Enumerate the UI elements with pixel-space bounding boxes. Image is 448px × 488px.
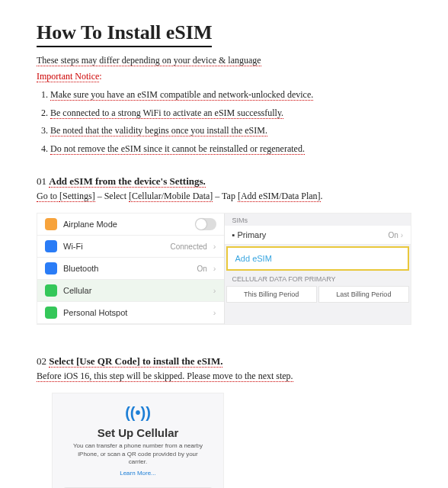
cellular-icon (45, 284, 57, 297)
wifi-row[interactable]: Wi-Fi Connected › (37, 236, 224, 258)
sims-header: SIMs (225, 214, 411, 226)
tab-this-period[interactable]: This Billing Period (226, 286, 317, 303)
notice-list: Make sure you have an eSIM compatible an… (37, 87, 411, 157)
airplane-icon (45, 218, 57, 230)
cellular-row[interactable]: Cellular › (37, 280, 224, 302)
important-notice: Important Notice: (37, 71, 411, 82)
subtitle: These steps may differ depending on your… (37, 55, 411, 66)
list-item: Be connected to a strong WiFi to activat… (50, 105, 411, 122)
settings-screenshot: Airplane Mode Wi-Fi Connected › Bluetoot… (37, 213, 411, 325)
cellular-data-header: CELLULAR DATA FOR PRIMARY (225, 272, 411, 284)
airplane-toggle[interactable] (195, 218, 216, 230)
tab-last-period[interactable]: Last Billing Period (318, 286, 409, 303)
setup-cellular-screenshot: ((•)) Set Up Cellular You can transfer a… (52, 393, 224, 488)
chevron-right-icon: › (213, 308, 216, 317)
list-item: Make sure you have an eSIM compatible an… (50, 87, 411, 104)
primary-sim-row[interactable]: ▪ Primary On › (225, 226, 411, 245)
chevron-right-icon: › (213, 242, 216, 251)
chevron-right-icon: › (213, 286, 216, 295)
hotspot-row[interactable]: Personal Hotspot › (37, 302, 224, 324)
section-1-sub: Go to [Settings] – Select [Cellular/Mobi… (37, 191, 411, 202)
add-esim-button[interactable]: Add eSIM (226, 246, 410, 271)
bluetooth-icon (45, 262, 57, 274)
learn-more-link[interactable]: Learn More... (62, 470, 214, 477)
section-2-sub: Before iOS 16, this step will be skipped… (37, 371, 411, 382)
antenna-icon: ((•)) (62, 404, 214, 422)
section-1-title: 01 Add eSIM from the device's Settings. (37, 175, 411, 188)
section-2-title: 02 Select [Use QR Code] to install the e… (37, 355, 411, 368)
hotspot-icon (45, 307, 57, 319)
bluetooth-row[interactable]: Bluetooth On › (37, 258, 224, 280)
page-title: How To Install eSIM (37, 21, 212, 47)
setup-desc: You can transfer a phone number from a n… (68, 442, 208, 466)
chevron-right-icon: › (213, 264, 216, 273)
setup-heading: Set Up Cellular (62, 426, 214, 439)
wifi-icon (45, 240, 57, 252)
airplane-mode-row[interactable]: Airplane Mode (37, 214, 224, 236)
list-item: Be noted that the validity begins once y… (50, 123, 411, 140)
billing-tabs: This Billing Period Last Billing Period (225, 284, 411, 304)
list-item: Do not remove the eSIM since it cannot b… (50, 141, 411, 158)
